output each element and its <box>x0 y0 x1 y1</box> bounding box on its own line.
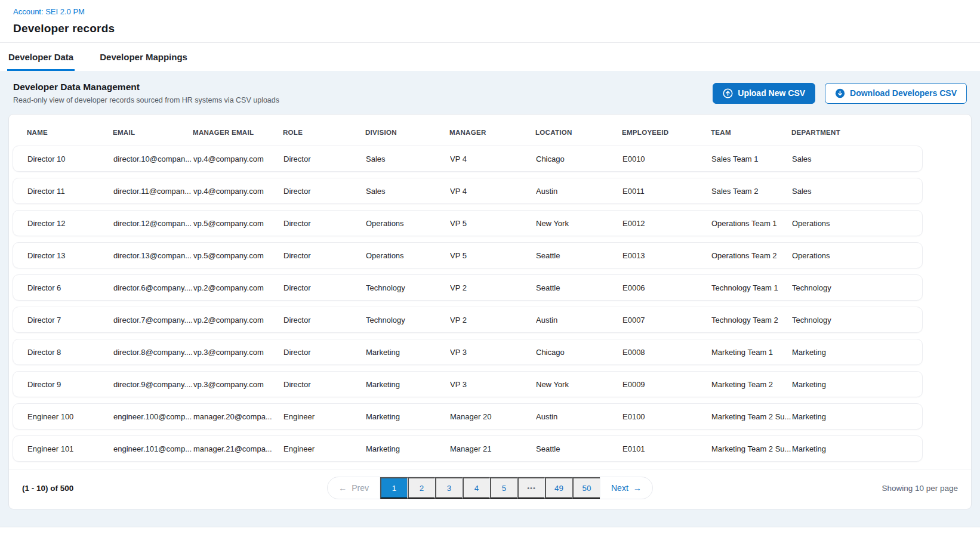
upload-new-csv-button[interactable]: Upload New CSV <box>713 83 815 104</box>
table-cell: Seattle <box>536 283 622 292</box>
prev-label: Prev <box>352 483 369 493</box>
table-cell: Director 7 <box>27 316 113 325</box>
page-button[interactable]: 4 <box>463 477 490 499</box>
table-cell: Director 12 <box>27 219 113 228</box>
table-cell: Engineer <box>283 412 366 421</box>
table-cell: E0013 <box>622 251 711 260</box>
column-header: ROLE <box>283 129 365 136</box>
table-cell: E0011 <box>622 187 711 196</box>
table-cell: Marketing <box>792 380 922 389</box>
table-cell: Director 9 <box>27 380 113 389</box>
column-header: TEAM <box>711 129 791 136</box>
table-row[interactable]: Engineer 100engineer.100@comp...manager.… <box>13 403 923 429</box>
table-cell: engineer.101@comp... <box>113 444 193 453</box>
showing-per-page-text: Showing 10 per page <box>653 484 958 493</box>
table-cell: manager.20@compa... <box>193 412 283 421</box>
table-row[interactable]: Director 10director.10@compan...vp.4@com… <box>13 146 923 172</box>
table-cell: Manager 21 <box>450 444 536 453</box>
pagination: ← Prev 12345•••4950 Next → <box>327 477 653 499</box>
page-button[interactable]: 50 <box>572 477 600 499</box>
table-cell: Marketing <box>366 444 450 453</box>
table-cell: Seattle <box>536 444 622 453</box>
table-cell: Operations <box>792 251 922 260</box>
table-row[interactable]: Director 12director.12@compan...vp.5@com… <box>13 210 923 236</box>
table-row[interactable]: Director 11director.11@compan...vp.4@com… <box>13 178 923 204</box>
page-button[interactable]: 5 <box>490 477 517 499</box>
column-header: LOCATION <box>535 129 622 136</box>
table-cell: Sales Team 1 <box>711 154 792 163</box>
table-cell: Marketing <box>792 444 922 453</box>
table-row[interactable]: Director 7director.7@company....vp.2@com… <box>13 307 923 333</box>
table-cell: Operations Team 1 <box>711 219 792 228</box>
table-cell: Technology <box>792 283 922 292</box>
table-cell: Sales <box>366 154 450 163</box>
download-developers-csv-button[interactable]: Download Developers CSV <box>825 83 967 104</box>
table-cell: vp.2@company.com <box>193 316 283 325</box>
table-cell: manager.21@compa... <box>193 444 283 453</box>
page-button[interactable]: 2 <box>408 477 435 499</box>
table-cell: vp.3@company.com <box>193 380 283 389</box>
download-button-label: Download Developers CSV <box>850 88 957 98</box>
table-cell: vp.5@company.com <box>193 219 283 228</box>
table-cell: engineer.100@comp... <box>113 412 193 421</box>
column-header: MANAGER EMAIL <box>193 129 283 136</box>
table-cell: Marketing Team 2 Su... <box>711 412 792 421</box>
column-header: NAME <box>27 129 113 136</box>
table-cell: Technology Team 1 <box>711 283 792 292</box>
table-cell: director.12@compan... <box>113 219 193 228</box>
page-button[interactable]: 1 <box>380 477 408 499</box>
table-cell: E0008 <box>622 348 711 357</box>
column-header: DIVISION <box>365 129 449 136</box>
table-cell: Marketing Team 2 <box>711 380 792 389</box>
upload-icon <box>723 88 733 98</box>
table-row[interactable]: Engineer 101engineer.101@comp...manager.… <box>13 435 923 462</box>
table-row[interactable]: Director 9director.9@company....vp.3@com… <box>13 371 923 397</box>
table-cell: director.9@company.... <box>113 380 193 389</box>
table-cell: director.10@compan... <box>113 154 193 163</box>
table-cell: Operations <box>792 219 922 228</box>
table-cell: Director <box>283 187 366 196</box>
page-button[interactable]: 3 <box>435 477 463 499</box>
table-cell: VP 3 <box>450 348 536 357</box>
table-cell: vp.4@company.com <box>193 154 283 163</box>
table-cell: VP 3 <box>450 380 536 389</box>
action-buttons: Upload New CSV Download Developers CSV <box>713 83 967 104</box>
table-footer: (1 - 10) of 500 ← Prev 12345•••4950 Next… <box>9 469 971 509</box>
table-cell: Director <box>283 380 366 389</box>
developer-data-table: NAMEEMAILMANAGER EMAILROLEDIVISIONMANAGE… <box>8 114 972 509</box>
table-cell: vp.5@company.com <box>193 251 283 260</box>
table-cell: director.8@company.... <box>113 348 193 357</box>
section-title: Developer Data Management <box>13 82 279 92</box>
table-cell: Sales <box>792 187 922 196</box>
page-button[interactable]: 49 <box>545 477 572 499</box>
table-cell: Austin <box>536 412 622 421</box>
account-breadcrumb-link[interactable]: Account: SEI 2.0 PM <box>13 7 85 16</box>
pagination-ellipsis[interactable]: ••• <box>517 477 545 499</box>
table-cell: VP 5 <box>450 219 536 228</box>
table-cell: VP 4 <box>450 154 536 163</box>
next-page-button[interactable]: Next → <box>600 477 652 499</box>
table-cell: E0012 <box>622 219 711 228</box>
table-cell: E0010 <box>622 154 711 163</box>
table-body: Director 10director.10@compan...vp.4@com… <box>9 146 971 462</box>
table-cell: Sales <box>792 154 922 163</box>
column-header: DEPARTMENT <box>791 129 971 136</box>
download-icon <box>835 88 845 98</box>
table-cell: Technology Team 2 <box>711 316 792 325</box>
table-cell: Sales Team 2 <box>711 187 792 196</box>
table-cell: Engineer <box>283 444 366 453</box>
table-row[interactable]: Director 8director.8@company....vp.3@com… <box>13 339 923 365</box>
table-cell: Director <box>283 251 366 260</box>
tab-developer-mappings[interactable]: Developer Mappings <box>98 43 189 71</box>
table-cell: Sales <box>366 187 450 196</box>
pagination-range-text: (1 - 10) of 500 <box>22 484 327 493</box>
table-row[interactable]: Director 6director.6@company....vp.2@com… <box>13 274 923 301</box>
table-cell: Technology <box>366 316 450 325</box>
tab-developer-data[interactable]: Developer Data <box>7 43 75 71</box>
page-header: Account: SEI 2.0 PM Developer records <box>0 0 980 42</box>
prev-page-button[interactable]: ← Prev <box>328 477 380 499</box>
table-cell: Director <box>283 219 366 228</box>
table-cell: Austin <box>536 316 622 325</box>
table-row[interactable]: Director 13director.13@compan...vp.5@com… <box>13 242 923 268</box>
column-header: EMPLOYEEID <box>622 129 711 136</box>
